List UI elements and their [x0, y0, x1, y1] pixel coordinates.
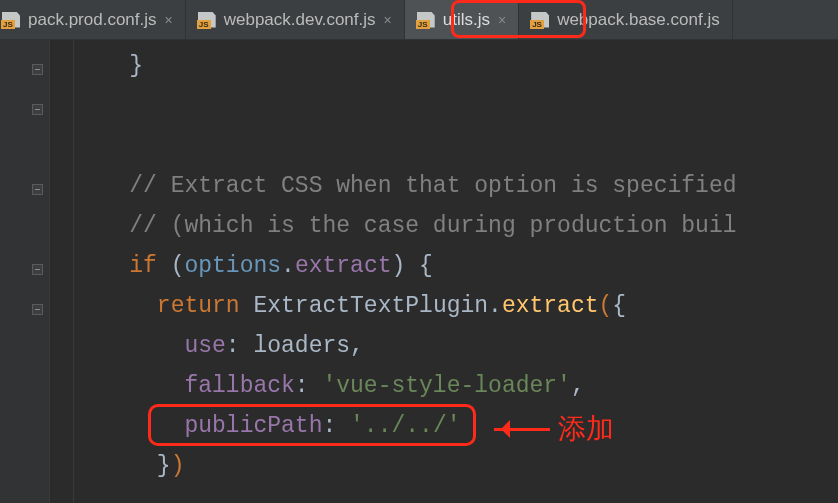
code-line[interactable]: }: [74, 46, 737, 86]
editor-tab-label: webpack.dev.conf.js: [224, 10, 376, 30]
editor-tab-label: pack.prod.conf.js: [28, 10, 157, 30]
editor-tab[interactable]: webpack.dev.conf.js×: [186, 0, 405, 39]
code-line[interactable]: [74, 86, 737, 126]
js-file-icon: [531, 12, 549, 28]
editor-tab-label: utils.js: [443, 10, 490, 30]
js-file-icon: [417, 12, 435, 28]
arrow-icon: [494, 428, 550, 431]
gutter-secondary: [50, 40, 74, 503]
code-line[interactable]: publicPath: '../../': [74, 406, 737, 446]
editor-tab-bar: pack.prod.conf.js×webpack.dev.conf.js×ut…: [0, 0, 838, 40]
annotation-label: 添加: [558, 410, 614, 448]
js-file-icon: [198, 12, 216, 28]
fold-toggle-icon[interactable]: [32, 304, 43, 315]
fold-toggle-icon[interactable]: [32, 104, 43, 115]
code-content[interactable]: } // Extract CSS when that option is spe…: [74, 40, 737, 503]
editor-tab[interactable]: pack.prod.conf.js×: [0, 0, 186, 39]
code-line[interactable]: // (which is the case during production …: [74, 206, 737, 246]
close-icon[interactable]: ×: [165, 13, 173, 27]
code-line[interactable]: if (options.extract) {: [74, 246, 737, 286]
fold-column: [30, 40, 50, 503]
fold-toggle-icon[interactable]: [32, 264, 43, 275]
code-line[interactable]: fallback: 'vue-style-loader',: [74, 366, 737, 406]
annotation-arrow: 添加: [494, 410, 614, 448]
editor-tab[interactable]: webpack.base.conf.js: [519, 0, 733, 39]
js-file-icon: [2, 12, 20, 28]
editor-area: } // Extract CSS when that option is spe…: [0, 40, 838, 503]
fold-toggle-icon[interactable]: [32, 64, 43, 75]
editor-tab-label: webpack.base.conf.js: [557, 10, 720, 30]
code-line[interactable]: [74, 126, 737, 166]
code-line[interactable]: use: loaders,: [74, 326, 737, 366]
close-icon[interactable]: ×: [498, 13, 506, 27]
fold-toggle-icon[interactable]: [32, 184, 43, 195]
gutter: [0, 40, 50, 503]
editor-tab[interactable]: utils.js×: [405, 0, 519, 39]
code-line[interactable]: }): [74, 446, 737, 486]
code-line[interactable]: // Extract CSS when that option is speci…: [74, 166, 737, 206]
close-icon[interactable]: ×: [384, 13, 392, 27]
code-line[interactable]: return ExtractTextPlugin.extract({: [74, 286, 737, 326]
